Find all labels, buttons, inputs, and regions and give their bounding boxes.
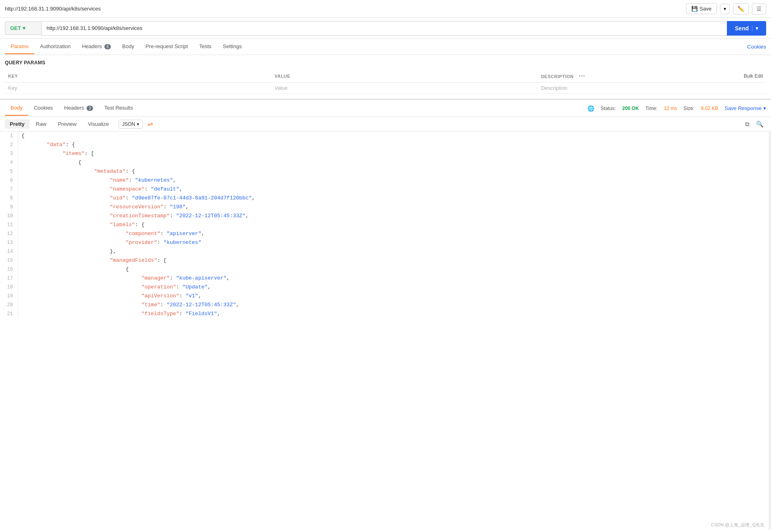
value-cell[interactable]: Value bbox=[271, 83, 538, 94]
key-cell[interactable]: Key bbox=[5, 83, 271, 94]
filter-icon[interactable]: ⇌ bbox=[148, 120, 153, 128]
json-line: 19 "apiVersion": "v1", bbox=[0, 292, 771, 301]
fmt-tab-visualize[interactable]: Visualize bbox=[83, 119, 114, 129]
json-format-select[interactable]: JSON ▾ bbox=[119, 120, 143, 129]
line-number: 1 bbox=[0, 131, 18, 140]
fmt-tab-raw[interactable]: Raw bbox=[31, 119, 51, 129]
json-line: 3 "items": [ bbox=[0, 149, 771, 158]
tab-authorization[interactable]: Authorization bbox=[34, 39, 76, 54]
tab-params[interactable]: Params bbox=[5, 39, 34, 54]
headers-badge: 6 bbox=[104, 44, 111, 49]
json-line: 15 "managedFields": [ bbox=[0, 256, 771, 265]
col-actions-header: Bulk Edit bbox=[728, 70, 766, 83]
line-content: "data": { bbox=[21, 140, 771, 149]
line-number: 3 bbox=[0, 149, 18, 158]
description-cell[interactable]: Description bbox=[538, 83, 728, 94]
json-line: 6 "name": "kubernetes", bbox=[0, 176, 771, 185]
json-line: 17 "manager": "kube-apiserver", bbox=[0, 274, 771, 283]
fmt-tab-preview[interactable]: Preview bbox=[53, 119, 81, 129]
line-number: 8 bbox=[0, 194, 18, 203]
line-number: 21 bbox=[0, 309, 18, 318]
line-content: "metadata": { bbox=[21, 167, 771, 176]
col-key-header: KEY bbox=[5, 70, 271, 83]
col-desc-header: DESCRIPTION ⋯ bbox=[538, 70, 728, 83]
json-format-dropdown-icon: ▾ bbox=[137, 121, 139, 127]
response-tabs-bar: Body Cookies Headers 3 Test Results 🌐 St… bbox=[0, 100, 771, 117]
line-number: 16 bbox=[0, 265, 18, 274]
more-icon[interactable]: ⋯ bbox=[578, 72, 585, 79]
top-bar: http://192.168.31.1:9090/api/k8s/service… bbox=[0, 0, 771, 18]
json-line: 7 "namespace": "default", bbox=[0, 185, 771, 194]
res-tab-body[interactable]: Body bbox=[5, 101, 28, 116]
save-icon: 💾 bbox=[691, 6, 698, 12]
save-dropdown-button[interactable]: ▾ bbox=[720, 4, 730, 14]
json-line: 8 "uid": "d9ee87fe-07c1-44d3-8a91-204d7f… bbox=[0, 194, 771, 203]
line-number: 18 bbox=[0, 283, 18, 292]
status-label: Status: bbox=[601, 106, 616, 111]
res-tab-test-results[interactable]: Test Results bbox=[99, 101, 139, 116]
response-section: Body Cookies Headers 3 Test Results 🌐 St… bbox=[0, 99, 771, 530]
res-tab-headers[interactable]: Headers 3 bbox=[59, 101, 99, 116]
line-number: 10 bbox=[0, 212, 18, 220]
url-input[interactable] bbox=[41, 21, 727, 36]
send-label: Send bbox=[735, 25, 749, 32]
line-number: 13 bbox=[0, 238, 18, 247]
line-content: "fieldsType": "FieldsV1", bbox=[21, 309, 771, 318]
json-viewer[interactable]: 1{2 "data": {3 "items": [4 {5 "metadata"… bbox=[0, 131, 771, 530]
tab-body[interactable]: Body bbox=[116, 39, 140, 54]
method-select[interactable]: GET ▾ bbox=[5, 21, 41, 35]
status-value: 200 OK bbox=[622, 106, 639, 111]
line-content: "provider": "kubernetes" bbox=[21, 238, 771, 247]
line-content: "component": "apiserver", bbox=[21, 229, 771, 238]
json-line: 1{ bbox=[0, 131, 771, 140]
tab-settings[interactable]: Settings bbox=[217, 39, 248, 54]
json-line: 2 "data": { bbox=[0, 140, 771, 149]
copy-icon[interactable]: ⧉ bbox=[743, 120, 752, 129]
json-line: 12 "component": "apiserver", bbox=[0, 229, 771, 238]
send-button[interactable]: Send ▾ bbox=[727, 21, 766, 36]
res-headers-badge: 3 bbox=[87, 106, 93, 111]
line-content: "namespace": "default", bbox=[21, 185, 771, 194]
json-format-label: JSON bbox=[122, 121, 135, 127]
line-content: "resourceVersion": "198", bbox=[21, 203, 771, 212]
tab-tests[interactable]: Tests bbox=[193, 39, 217, 54]
pencil-button[interactable]: ✏️ bbox=[733, 3, 749, 15]
send-dropdown-icon[interactable]: ▾ bbox=[752, 25, 758, 31]
line-content: "uid": "d9ee87fe-07c1-44d3-8a91-204d7f12… bbox=[21, 194, 771, 203]
line-content: { bbox=[21, 265, 771, 274]
message-button[interactable]: ☰ bbox=[752, 3, 766, 15]
line-content: "apiVersion": "v1", bbox=[21, 292, 771, 301]
json-line: 5 "metadata": { bbox=[0, 167, 771, 176]
line-number: 14 bbox=[0, 247, 18, 256]
json-line: 11 "labels": { bbox=[0, 220, 771, 229]
json-line: 9 "resourceVersion": "198", bbox=[0, 203, 771, 212]
line-content: "operation": "Update", bbox=[21, 283, 771, 292]
method-dropdown-icon: ▾ bbox=[23, 25, 25, 31]
line-content: "creationTimestamp": "2022-12-12T05:45:3… bbox=[21, 212, 771, 220]
time-value: 12 ms bbox=[664, 106, 677, 111]
line-number: 5 bbox=[0, 167, 18, 176]
res-tab-cookies[interactable]: Cookies bbox=[28, 101, 59, 116]
line-content: "time": "2022-12-12T05:45:33Z", bbox=[21, 301, 771, 309]
table-row: Key Value Description bbox=[5, 83, 766, 94]
tab-prerequest[interactable]: Pre-request Script bbox=[140, 39, 194, 54]
size-label: Size: bbox=[684, 106, 695, 111]
time-label: Time: bbox=[646, 106, 658, 111]
json-line: 13 "provider": "kubernetes" bbox=[0, 238, 771, 247]
cookies-link[interactable]: Cookies bbox=[747, 44, 766, 50]
scrollbar[interactable] bbox=[769, 131, 771, 530]
json-line: 14 }, bbox=[0, 247, 771, 256]
search-icon[interactable]: 🔍 bbox=[754, 120, 766, 129]
json-line: 18 "operation": "Update", bbox=[0, 283, 771, 292]
save-response-label: Save Response bbox=[724, 105, 762, 111]
line-number: 9 bbox=[0, 203, 18, 212]
tab-headers[interactable]: Headers 6 bbox=[76, 39, 116, 54]
fmt-tab-pretty[interactable]: Pretty bbox=[5, 119, 30, 129]
line-number: 17 bbox=[0, 274, 18, 283]
bulk-edit-button[interactable]: Bulk Edit bbox=[744, 73, 763, 79]
line-number: 11 bbox=[0, 220, 18, 229]
save-button[interactable]: 💾 Save bbox=[686, 3, 717, 14]
json-line: 10 "creationTimestamp": "2022-12-12T05:4… bbox=[0, 212, 771, 220]
save-response-button[interactable]: Save Response ▾ bbox=[724, 105, 766, 111]
row-actions-cell bbox=[728, 83, 766, 94]
